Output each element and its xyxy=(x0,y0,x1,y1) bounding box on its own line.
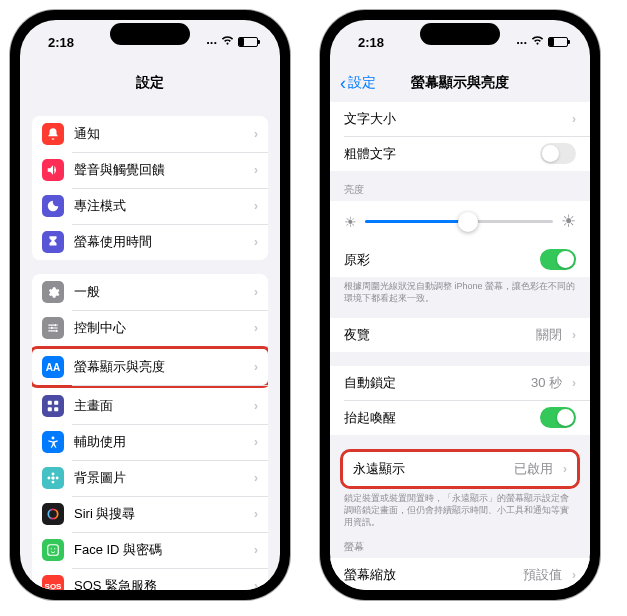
siri-icon xyxy=(42,503,64,525)
label: 抬起喚醒 xyxy=(344,409,530,427)
settings-row[interactable]: 背景圖片› xyxy=(32,460,268,496)
row-label: 一般 xyxy=(74,283,244,301)
AA-icon: AA xyxy=(42,356,64,378)
svg-point-2 xyxy=(55,330,57,332)
nav-header: ‹ 設定 螢幕顯示與亮度 xyxy=(330,64,590,102)
phone-right: 2:18 ··· ‹ 設定 螢幕顯示與亮度 文字大小 › xyxy=(320,10,600,600)
settings-content[interactable]: 通知›聲音與觸覺回饋›專注模式›螢幕使用時間›一般›控制中心›AA螢幕顯示與亮度… xyxy=(20,102,280,590)
wifi-icon xyxy=(531,36,544,48)
row-label: 主畫面 xyxy=(74,397,244,415)
settings-row[interactable]: 主畫面› xyxy=(32,388,268,424)
row-label: 輔助使用 xyxy=(74,433,244,451)
section-brightness: ☀︎ ☀︎ 原彩 xyxy=(330,201,590,277)
row-label: 通知 xyxy=(74,125,244,143)
notch xyxy=(110,23,190,45)
toggle-true-tone[interactable] xyxy=(540,249,576,270)
settings-row[interactable]: 輔助使用› xyxy=(32,424,268,460)
svg-point-16 xyxy=(54,548,55,549)
svg-rect-3 xyxy=(48,401,52,405)
chevron-right-icon: › xyxy=(254,285,258,299)
label: 原彩 xyxy=(344,251,530,269)
settings-row[interactable]: 一般› xyxy=(32,274,268,310)
display-content[interactable]: 文字大小 › 粗體文字 亮度 ☀︎ ☀︎ 原彩 xyxy=(330,102,590,590)
settings-row[interactable]: 通知› xyxy=(32,116,268,152)
cellular-icon: ··· xyxy=(206,35,217,50)
settings-row[interactable]: 聲音與觸覺回饋› xyxy=(32,152,268,188)
status-time: 2:18 xyxy=(48,35,74,50)
chevron-right-icon: › xyxy=(572,376,576,390)
screen-left: 2:18 ··· 設定 通知›聲音與觸覺回饋›專注模式›螢幕使用時間›一般›控制… xyxy=(20,20,280,590)
status-time: 2:18 xyxy=(358,35,384,50)
svg-point-1 xyxy=(51,327,53,329)
row-bold-text[interactable]: 粗體文字 xyxy=(330,136,590,171)
svg-point-9 xyxy=(52,472,55,475)
sun-large-icon: ☀︎ xyxy=(561,211,576,232)
row-label: SOS 緊急服務 xyxy=(74,577,244,590)
row-raise-wake[interactable]: 抬起喚醒 xyxy=(330,400,590,435)
chevron-right-icon: › xyxy=(563,462,567,476)
value: 關閉 xyxy=(536,326,562,344)
page-title: 螢幕顯示與亮度 xyxy=(411,74,509,92)
section-zoom: 螢幕縮放 預設值 › xyxy=(330,558,590,590)
cellular-icon: ··· xyxy=(516,35,527,50)
chevron-right-icon: › xyxy=(254,399,258,413)
chevron-right-icon: › xyxy=(254,471,258,485)
chevron-right-icon: › xyxy=(572,568,576,582)
status-right: ··· xyxy=(516,35,568,50)
notch xyxy=(420,23,500,45)
row-label: 控制中心 xyxy=(74,319,244,337)
nav-header: 設定 xyxy=(20,64,280,102)
highlight-always-on: 永遠顯示 已啟用 › xyxy=(340,449,580,489)
flower-icon xyxy=(42,467,64,489)
row-true-tone[interactable]: 原彩 xyxy=(330,242,590,277)
settings-row[interactable]: 專注模式› xyxy=(32,188,268,224)
row-zoom[interactable]: 螢幕縮放 預設值 › xyxy=(330,558,590,590)
row-night-shift[interactable]: 夜覽 關閉 › xyxy=(330,318,590,352)
row-text-size[interactable]: 文字大小 › xyxy=(330,102,590,136)
settings-row[interactable]: Face ID 與密碼› xyxy=(32,532,268,568)
row-auto-lock[interactable]: 自動鎖定 30 秒 › xyxy=(330,366,590,400)
chevron-right-icon: › xyxy=(254,579,258,590)
svg-rect-5 xyxy=(48,407,52,411)
chevron-left-icon: ‹ xyxy=(340,73,346,94)
page-title: 設定 xyxy=(136,74,164,92)
settings-row[interactable]: 螢幕使用時間› xyxy=(32,224,268,260)
gear-icon xyxy=(42,281,64,303)
svg-point-0 xyxy=(54,324,56,326)
toggle-bold[interactable] xyxy=(540,143,576,164)
back-button[interactable]: ‹ 設定 xyxy=(340,73,376,94)
row-label: 螢幕使用時間 xyxy=(74,233,244,251)
section-header-brightness: 亮度 xyxy=(330,183,590,201)
chevron-right-icon: › xyxy=(254,360,258,374)
toggle-raise-wake[interactable] xyxy=(540,407,576,428)
row-label: 背景圖片 xyxy=(74,469,244,487)
footer-true-tone: 根據周圍光線狀況自動調整 iPhone 螢幕，讓色彩在不同的環境下都看起來一致。 xyxy=(330,277,590,304)
chevron-right-icon: › xyxy=(254,321,258,335)
speaker-icon xyxy=(42,159,64,181)
label: 文字大小 xyxy=(344,110,562,128)
screen-right: 2:18 ··· ‹ 設定 螢幕顯示與亮度 文字大小 › xyxy=(330,20,590,590)
row-always-on[interactable]: 永遠顯示 已啟用 › xyxy=(343,452,577,486)
chevron-right-icon: › xyxy=(254,199,258,213)
chevron-right-icon: › xyxy=(254,163,258,177)
svg-rect-14 xyxy=(48,545,59,556)
settings-section: 一般›控制中心›AA螢幕顯示與亮度›主畫面›輔助使用›背景圖片›Siri 與搜尋… xyxy=(32,274,268,590)
svg-point-13 xyxy=(48,509,57,518)
chevron-right-icon: › xyxy=(254,543,258,557)
phone-left: 2:18 ··· 設定 通知›聲音與觸覺回饋›專注模式›螢幕使用時間›一般›控制… xyxy=(10,10,290,600)
settings-row[interactable]: SOSSOS 緊急服務› xyxy=(32,568,268,590)
sun-small-icon: ☀︎ xyxy=(344,214,357,230)
settings-row[interactable]: AA螢幕顯示與亮度› xyxy=(32,346,268,388)
chevron-right-icon: › xyxy=(254,435,258,449)
brightness-slider[interactable] xyxy=(365,220,553,223)
section-text: 文字大小 › 粗體文字 xyxy=(330,102,590,171)
value: 已啟用 xyxy=(514,460,553,478)
back-label: 設定 xyxy=(348,74,376,92)
footer-always-on: 鎖定裝置或裝置閒置時，「永遠顯示」的螢幕顯示設定會調暗鎖定畫面，但仍會持續顯示時… xyxy=(330,489,590,528)
section-header-screen: 螢幕 xyxy=(330,540,590,558)
settings-row[interactable]: Siri 與搜尋› xyxy=(32,496,268,532)
section-night: 夜覽 關閉 › xyxy=(330,318,590,352)
settings-row[interactable]: 控制中心› xyxy=(32,310,268,346)
svg-rect-4 xyxy=(54,401,58,405)
chevron-right-icon: › xyxy=(572,112,576,126)
